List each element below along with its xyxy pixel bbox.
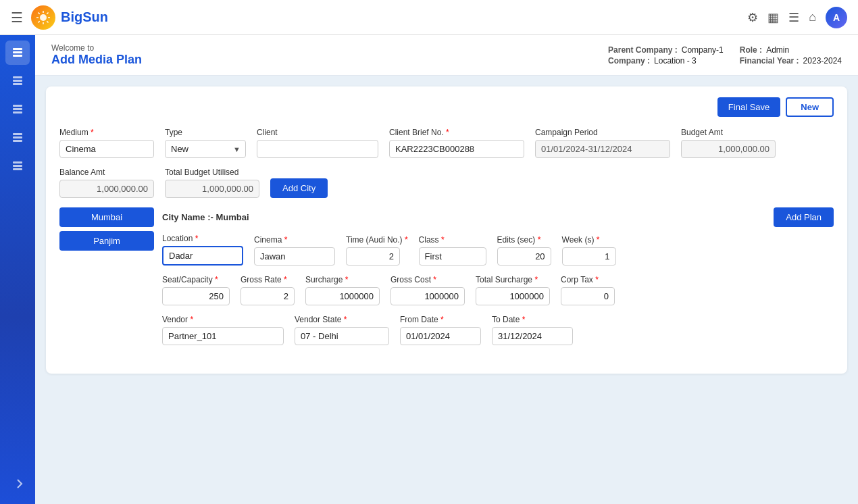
- svg-rect-13: [13, 80, 22, 82]
- client-label: Client: [257, 128, 378, 137]
- cinema-input[interactable]: [254, 247, 335, 266]
- total-surcharge-input[interactable]: [476, 287, 550, 305]
- logo-icon: [31, 5, 55, 30]
- vendor-state-input[interactable]: [295, 327, 389, 345]
- settings-icon[interactable]: ⚙: [747, 10, 758, 25]
- sidebar-item-2[interactable]: [5, 69, 30, 93]
- svg-rect-17: [13, 111, 22, 114]
- sidebar-item-3[interactable]: [5, 97, 30, 122]
- corp-tax-input[interactable]: [561, 287, 615, 305]
- to-date-input[interactable]: [492, 327, 573, 345]
- type-label: Type: [165, 128, 246, 137]
- new-button[interactable]: New: [786, 97, 834, 117]
- final-save-button[interactable]: Final Save: [717, 97, 780, 117]
- city-btn-mumbai[interactable]: Mumbai: [59, 207, 154, 227]
- edits-sec-input[interactable]: [497, 247, 551, 266]
- campaign-period-input[interactable]: [535, 140, 670, 158]
- hamburger-icon[interactable]: ☰: [11, 9, 23, 26]
- svg-rect-16: [13, 108, 22, 110]
- surcharge-input[interactable]: [305, 287, 380, 305]
- svg-line-7: [47, 12, 48, 14]
- svg-rect-15: [13, 105, 22, 107]
- gross-cost-input[interactable]: [390, 287, 465, 305]
- add-plan-button[interactable]: Add Plan: [774, 207, 834, 227]
- meta-company-row: Company : Location - 3: [608, 56, 724, 66]
- class-input[interactable]: [419, 247, 486, 266]
- seat-capacity-label: Seat/Capacity *: [162, 275, 230, 284]
- gross-cost-group: Gross Cost *: [390, 275, 465, 305]
- client-brief-no-input[interactable]: [389, 140, 524, 158]
- client-input[interactable]: [257, 140, 378, 158]
- vendor-input[interactable]: [162, 327, 284, 345]
- cinema-label: Cinema *: [254, 235, 335, 245]
- add-city-button[interactable]: Add City: [270, 178, 328, 198]
- sidebar-item-5[interactable]: [5, 154, 30, 178]
- city-section: Mumbai Panjim City Name :- Mumbai Add Pl…: [59, 207, 834, 355]
- plan-row-1: Location * Cinema * Time (Audi No.) *: [162, 234, 834, 266]
- svg-rect-19: [13, 136, 22, 138]
- avatar[interactable]: A: [826, 7, 847, 28]
- seat-capacity-input[interactable]: [162, 287, 230, 305]
- medium-input[interactable]: [59, 140, 154, 158]
- sidebar-bottom-arrow[interactable]: [5, 472, 30, 496]
- svg-line-5: [39, 12, 40, 14]
- svg-line-6: [47, 21, 48, 22]
- welcome-text: Welcome to: [51, 43, 142, 53]
- sidebar-item-4[interactable]: [5, 126, 30, 150]
- type-group: Type New Existing ▼: [165, 128, 246, 158]
- seat-capacity-group: Seat/Capacity *: [162, 275, 230, 305]
- svg-point-0: [40, 14, 47, 21]
- city-btn-panjim[interactable]: Panjim: [59, 231, 154, 251]
- parent-company-label: Parent Company :: [608, 45, 678, 55]
- budget-amt-label: Budget Amt: [681, 128, 776, 137]
- client-brief-no-label: Client Brief No. *: [389, 128, 524, 137]
- svg-line-8: [39, 21, 40, 22]
- grid-icon[interactable]: ▦: [767, 10, 779, 25]
- time-audi-label: Time (Audi No.) *: [346, 235, 408, 245]
- sidebar-item-1[interactable]: [5, 41, 30, 65]
- role-value: Admin: [766, 45, 789, 55]
- budget-amt-input[interactable]: [681, 140, 776, 158]
- corp-tax-label: Corp Tax *: [561, 275, 615, 284]
- campaign-period-label: Campaign Period: [535, 128, 670, 137]
- type-select[interactable]: New Existing: [165, 140, 246, 158]
- header-title-wrap: Welcome to Add Media Plan: [51, 43, 142, 67]
- company-value: Location - 3: [654, 56, 697, 66]
- svg-rect-23: [13, 168, 22, 170]
- total-budget-utilised-group: Total Budget Utilised: [165, 168, 259, 198]
- meta-role-group: Role : Admin Financial Year : 2023-2024: [740, 45, 842, 66]
- total-budget-utilised-input[interactable]: [165, 180, 259, 198]
- sidebar: [0, 35, 35, 504]
- edits-sec-label: Edits (sec) *: [497, 235, 551, 245]
- weeks-group: Week (s) *: [562, 235, 616, 266]
- home-icon[interactable]: ⌂: [809, 10, 816, 24]
- edits-sec-group: Edits (sec) *: [497, 235, 551, 266]
- corp-tax-group: Corp Tax *: [561, 275, 615, 305]
- list-icon[interactable]: ☰: [788, 10, 799, 25]
- gross-rate-input[interactable]: [241, 287, 295, 305]
- balance-amt-label: Balance Amt: [59, 168, 154, 177]
- budget-amt-group: Budget Amt: [681, 128, 776, 158]
- svg-rect-9: [13, 48, 22, 50]
- financial-year-value: 2023-2024: [803, 56, 842, 66]
- svg-rect-20: [13, 140, 22, 142]
- from-date-label: From Date *: [400, 315, 481, 324]
- time-audi-group: Time (Audi No.) *: [346, 235, 408, 266]
- total-budget-utilised-label: Total Budget Utilised: [165, 168, 259, 177]
- plan-row-3: Vendor * Vendor State * From Date *: [162, 315, 834, 345]
- svg-rect-10: [13, 51, 22, 53]
- location-input[interactable]: [162, 246, 243, 266]
- role-label: Role :: [740, 45, 762, 55]
- weeks-input[interactable]: [562, 247, 616, 266]
- from-date-input[interactable]: [400, 327, 481, 345]
- plan-row-2: Seat/Capacity * Gross Rate * Surcharge *: [162, 275, 834, 305]
- gross-rate-group: Gross Rate *: [241, 275, 295, 305]
- parent-company-value: Company-1: [682, 45, 724, 55]
- logo-text: BigSun: [61, 9, 108, 25]
- meta-role-row: Role : Admin: [740, 45, 842, 55]
- time-audi-input[interactable]: [346, 247, 400, 266]
- client-brief-no-group: Client Brief No. *: [389, 128, 524, 158]
- vendor-label: Vendor *: [162, 315, 284, 324]
- page-title: Add Media Plan: [51, 53, 142, 67]
- balance-amt-input[interactable]: [59, 180, 154, 198]
